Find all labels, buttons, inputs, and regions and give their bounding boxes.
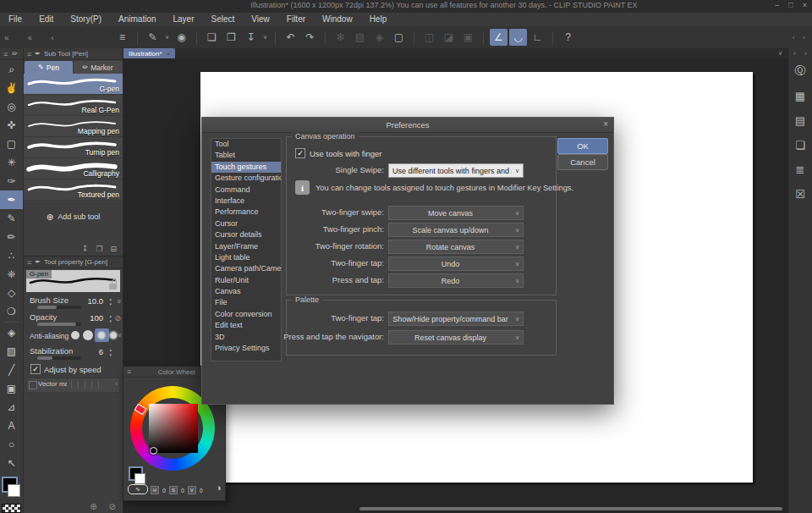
blend-tool-icon[interactable]: ❍	[0, 302, 23, 321]
airbrush-tool-icon[interactable]: ∴	[0, 246, 23, 265]
collapse-dock-icon-3[interactable]: ‹	[51, 33, 53, 42]
press-and-tap-navigator-dropdown[interactable]: Reset canvas display ∨	[388, 330, 524, 345]
brush-size-presets-icon[interactable]: »	[114, 299, 123, 303]
horizontal-scrollbar[interactable]	[359, 507, 782, 510]
expand-right-icon[interactable]: ›	[115, 380, 118, 388]
maximize-icon[interactable]: □	[788, 1, 793, 9]
correct-line-tool-icon[interactable]: ↖	[0, 454, 23, 472]
balloon-tool-icon[interactable]: ○	[0, 435, 23, 454]
category-file[interactable]: File	[211, 297, 281, 308]
menu-layer[interactable]: Layer	[165, 13, 203, 26]
opacity-stepper[interactable]: ▴▾	[109, 313, 112, 323]
two-finger-swipe-dropdown[interactable]: Move canvas ∨	[388, 206, 524, 220]
collapse-dock-icon-2[interactable]: «	[28, 33, 33, 42]
material-icon[interactable]: ☒	[788, 183, 812, 205]
redo-icon[interactable]: ↷	[301, 29, 319, 46]
brush-row-textured-pen[interactable]: Textured pen	[24, 179, 123, 201]
brush-row-g-pen[interactable]: G-pen	[24, 74, 123, 95]
chevron-down-icon[interactable]: ∨	[261, 29, 270, 46]
opacity-effect-icon[interactable]: ⊘	[114, 314, 121, 323]
polyline-tool-icon[interactable]: ⊿	[0, 398, 23, 416]
palette-two-finger-tap-dropdown[interactable]: Show/Hide property/command bar ∨	[388, 312, 524, 326]
anti-aliasing-option-none[interactable]	[71, 331, 80, 339]
copy-sub-tool-icon[interactable]: ❐	[96, 245, 102, 253]
anti-aliasing-option-weak[interactable]	[83, 330, 93, 340]
reset-display-icon[interactable]: ⊕	[90, 502, 96, 511]
collapse-dock-icon[interactable]: «	[4, 33, 9, 42]
timeline-icon[interactable]: ▤	[788, 109, 812, 131]
eyedropper-tool-icon[interactable]: ✑	[0, 172, 23, 190]
pencil-tool-icon[interactable]: ✎	[0, 209, 23, 228]
menu-view[interactable]: View	[243, 13, 278, 26]
fill-tool-icon[interactable]: ◈	[0, 323, 23, 342]
transparent-color-swatch[interactable]	[2, 504, 21, 513]
menu-select[interactable]: Select	[203, 13, 244, 26]
snap-to-grid-icon[interactable]: ∟	[529, 29, 546, 46]
selection-tool-icon[interactable]: ▢	[0, 135, 23, 153]
chevron-left-icon[interactable]: ‹	[793, 50, 796, 58]
frame-border-tool-icon[interactable]: ▣	[0, 379, 23, 398]
two-finger-pinch-dropdown[interactable]: Scale canvas up/down ∨	[388, 223, 524, 237]
close-icon[interactable]: ×	[803, 1, 807, 9]
category-interface[interactable]: Interface	[211, 196, 281, 207]
current-tool-icon[interactable]: ✎	[144, 29, 162, 46]
brush-row-turnip-pen[interactable]: Turnip pen	[24, 137, 123, 158]
dialog-title-bar[interactable]: Preferences ×	[202, 118, 613, 133]
panel-menu-icon[interactable]: ≡	[3, 50, 8, 58]
brush-row-real-g-pen[interactable]: Real G-Pen	[24, 95, 123, 116]
layer-property-icon[interactable]: ❏	[788, 134, 812, 156]
category-gesture-configuration[interactable]: Gesture configuration	[211, 173, 281, 184]
use-tools-with-finger-checkbox[interactable]: ✓	[295, 148, 305, 158]
sv-cursor[interactable]	[150, 447, 157, 455]
help-icon[interactable]: ?	[559, 29, 577, 46]
ok-button[interactable]: OK	[557, 138, 608, 154]
delete-sub-tool-icon[interactable]: ⊟	[110, 245, 117, 253]
menu-edit[interactable]: Edit	[30, 13, 62, 26]
zoom-tool-icon[interactable]: ⌕	[0, 60, 23, 79]
dialog-close-icon[interactable]: ×	[603, 119, 608, 129]
brush-row-mapping-pen[interactable]: Mapping pen	[24, 116, 123, 137]
tab-pen[interactable]: ✎ Pen	[25, 61, 73, 74]
layer-panel-icon[interactable]: ≣	[788, 158, 812, 180]
panel-menu-icon[interactable]: ≡	[27, 50, 31, 58]
background-color-swatch[interactable]	[8, 484, 20, 497]
hand-tool-icon[interactable]: ✌	[0, 79, 23, 97]
category-command[interactable]: Command	[211, 185, 281, 196]
anti-aliasing-expand-icon[interactable]: ∨	[118, 332, 122, 339]
auto-select-tool-icon[interactable]: ✳	[0, 153, 23, 172]
opacity-value[interactable]: 100	[90, 313, 103, 323]
undo-icon[interactable]: ↶	[282, 29, 299, 46]
operation-tool-icon[interactable]: ◎	[0, 97, 23, 116]
menu-story[interactable]: Story(P)	[62, 13, 110, 26]
press-and-tap-dropdown[interactable]: Redo ∨	[388, 273, 524, 288]
chevron-left-icon[interactable]: ‹	[793, 34, 795, 41]
wheel-mode-toggle-icon[interactable]: ◑	[216, 483, 222, 493]
tab-close-icon[interactable]: •	[167, 51, 169, 57]
chevron-right-icon[interactable]: ›	[804, 50, 807, 58]
open-canvas-icon[interactable]: ❐	[222, 29, 240, 46]
unlock-icon[interactable]	[109, 284, 117, 290]
color-set-icon[interactable]: ▦	[788, 85, 812, 107]
chevron-right-icon[interactable]: ›	[803, 34, 805, 41]
saturation-value-square[interactable]	[149, 404, 198, 453]
pen-tool-icon[interactable]: ✒	[0, 190, 23, 209]
quick-access-icon[interactable]: Ⓠ	[788, 60, 812, 82]
menu-animation[interactable]: Animation	[110, 13, 164, 26]
stabilization-value[interactable]: 6	[99, 347, 103, 356]
menu-filter[interactable]: Filter	[278, 13, 314, 26]
brush-row-calligraphy[interactable]: Calligraphy	[24, 158, 123, 179]
stabilization-slider[interactable]	[37, 356, 81, 360]
category-canvas[interactable]: Canvas	[211, 286, 281, 297]
no-effect-icon[interactable]: ⊘	[109, 502, 116, 511]
chevron-down-icon[interactable]: ∨	[162, 29, 172, 46]
move-layer-tool-icon[interactable]: ✜	[0, 116, 23, 135]
eraser-tool-icon[interactable]: ◇	[0, 284, 23, 302]
brush-tool-icon[interactable]: ✏	[0, 228, 23, 246]
import-sub-tool-icon[interactable]: ↧	[82, 245, 89, 253]
cancel-button[interactable]: Cancel	[557, 154, 608, 170]
single-swipe-dropdown[interactable]: Use different tools with fingers and pen…	[388, 163, 524, 178]
vector-magnet-checkbox[interactable]	[29, 381, 37, 389]
crop-selection-icon[interactable]: ▢	[390, 29, 408, 46]
two-finger-tap-dropdown[interactable]: Undo ∨	[388, 256, 524, 271]
menu-window[interactable]: Window	[314, 13, 361, 26]
